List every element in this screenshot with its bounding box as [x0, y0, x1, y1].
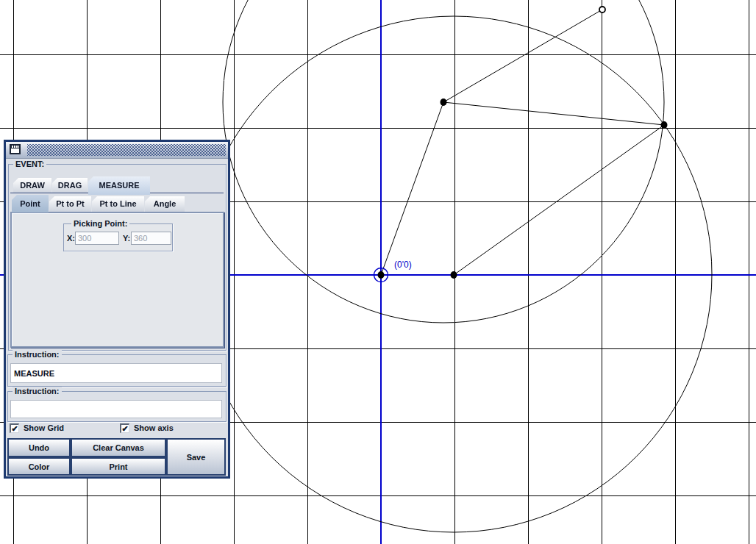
undo-button[interactable]: Undo — [7, 438, 71, 457]
hollow-point-marker — [599, 7, 605, 12]
event-group-label: EVENT: — [13, 160, 46, 169]
y-label: Y: — [123, 234, 130, 243]
x-label: X: — [67, 234, 75, 243]
color-button[interactable]: Color — [7, 457, 71, 476]
panel-body: EVENT: DRAW DRAG MEASURE Point Pt to Pt … — [6, 159, 228, 477]
subtab-angle[interactable]: Angle — [145, 196, 185, 212]
point-marker — [441, 99, 447, 106]
point-marker — [451, 271, 457, 279]
construction-segment — [443, 102, 664, 125]
measure-tool-window[interactable]: EVENT: DRAW DRAG MEASURE Point Pt to Pt … — [4, 140, 230, 479]
construction-circle — [223, 0, 664, 323]
tab-draw[interactable]: DRAW — [13, 178, 51, 193]
window-titlebar[interactable] — [6, 142, 228, 159]
save-button[interactable]: Save — [166, 438, 226, 476]
titlebar-texture — [27, 144, 226, 156]
subtab-point[interactable]: Point — [12, 195, 49, 212]
show-grid-checkbox[interactable]: ✔ — [10, 423, 19, 433]
app-stage: (0'0) EVENT: DRAW DRAG MEASURE Point Pt … — [0, 0, 756, 544]
tab-measure[interactable]: MEASURE — [88, 176, 150, 195]
picking-point-group: Picking Point: X: Y: — [63, 223, 173, 251]
x-coordinate-field[interactable] — [75, 232, 119, 245]
show-axis-checkbox[interactable]: ✔ — [120, 423, 129, 433]
instruction-group-2: Instruction: — [7, 391, 227, 422]
clear-canvas-button[interactable]: Clear Canvas — [71, 438, 166, 457]
picking-point-label: Picking Point: — [71, 219, 129, 229]
subtab-pt-to-pt[interactable]: Pt to Pt — [49, 196, 91, 212]
point-marker — [661, 121, 668, 129]
construction-segment — [454, 125, 664, 275]
instruction-2-textbox[interactable] — [10, 400, 222, 418]
subtab-pt-to-line[interactable]: Pt to Line — [92, 196, 144, 212]
tab-drag[interactable]: DRAG — [52, 178, 88, 193]
construction-segment — [443, 10, 602, 102]
window-icon — [10, 144, 21, 154]
measure-point-content: Picking Point: X: Y: — [10, 212, 224, 348]
print-button[interactable]: Print — [71, 457, 166, 476]
y-coordinate-field[interactable] — [131, 232, 171, 245]
instruction-2-label: Instruction: — [13, 387, 62, 396]
origin-label: (0'0) — [394, 260, 412, 270]
instruction-1-textbox[interactable]: MEASURE — [10, 363, 222, 383]
instruction-1-label: Instruction: — [13, 350, 62, 359]
instruction-group-1: Instruction: MEASURE — [7, 354, 227, 387]
show-axis-label: Show axis — [134, 423, 174, 433]
show-grid-label: Show Grid — [24, 423, 64, 433]
origin-point-marker — [378, 271, 385, 279]
